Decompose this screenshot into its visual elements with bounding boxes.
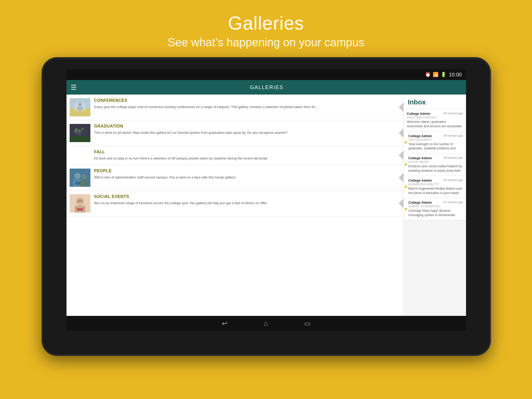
svg-point-10	[75, 128, 77, 131]
app-toolbar: ☰ GALLERIES	[66, 80, 466, 95]
svg-rect-17	[81, 180, 88, 187]
battery-icon: 🔋	[441, 72, 446, 77]
list-item[interactable]: CONFERENCES Every year the college plays…	[66, 95, 403, 120]
gallery-item-text: GRADUATION This is what it's all about! …	[94, 124, 400, 135]
gallery-item-title: PEOPLE	[94, 169, 400, 173]
inbox-title: Inbox	[404, 95, 466, 109]
inbox-sender: College Admin	[408, 134, 432, 138]
gallery-item-text: SOCIAL EVENTS We run an extensive range …	[94, 194, 400, 206]
gallery-item-title: CONFERENCES	[94, 98, 400, 103]
inbox-time: 38 minutes ago	[443, 112, 463, 115]
inbox-time: 41 minutes ago	[443, 201, 463, 204]
gallery-item-title: FALL	[94, 150, 400, 154]
bottom-nav: ↩ ⌂ ▭	[66, 316, 466, 331]
gallery-item-desc: This is what it's all about! Step inside…	[94, 130, 400, 135]
svg-rect-18	[75, 182, 81, 185]
inbox-panel: Inbox College Admin 38 minutes ago VIDEO…	[404, 95, 466, 316]
gallery-item-arrow	[399, 173, 403, 182]
list-item[interactable]: GRADUATION This is what it's all about! …	[66, 120, 403, 146]
page-subtitle: See what’s happening on your campus	[0, 36, 532, 49]
svg-rect-9	[70, 136, 90, 142]
unread-dot	[405, 141, 407, 143]
gallery-item-text: FALL All work and no play is no fun! Her…	[94, 150, 400, 161]
list-item[interactable]: FALL All work and no play is no fun! Her…	[66, 146, 403, 165]
inbox-item-header: College Admin 40 minutes ago	[408, 178, 463, 182]
page-title: Galleries	[0, 12, 532, 34]
gallery-item-arrow	[399, 128, 403, 138]
thumbnail-image	[70, 98, 90, 116]
list-item[interactable]: PEOPLE Who's who of administration staff…	[66, 165, 403, 191]
main-content: CONFERENCES Every year the college plays…	[66, 95, 466, 316]
inbox-category: SURVEY INTEGRATION	[408, 205, 463, 208]
inbox-preview: Total oversight on the number of graduat…	[408, 142, 463, 151]
inbox-time: 39 minutes ago	[443, 156, 463, 159]
gallery-item-title: SOCIAL EVENTS	[94, 194, 400, 199]
status-time: 10:00	[449, 72, 462, 78]
app-toolbar-title: GALLERIES	[82, 84, 451, 90]
inbox-preview: Leverage Klass Apps' dynamic messaging s…	[408, 209, 463, 217]
svg-rect-23	[77, 200, 83, 203]
inbox-item-header: College Admin 41 minutes ago	[408, 201, 463, 204]
inbox-preview: Built-in Augmented Reality feature puts …	[408, 187, 463, 195]
gallery-thumbnail-conferences	[70, 98, 90, 116]
inbox-category: JOB PLACEMENT	[408, 138, 463, 141]
unread-dot	[405, 186, 407, 188]
gallery-thumbnail-people	[70, 169, 90, 187]
gallery-item-text: PEOPLE Who's who of administration staff…	[94, 169, 400, 180]
svg-point-14	[74, 173, 81, 179]
inbox-time: 39 minutes ago	[443, 134, 463, 137]
svg-point-11	[82, 128, 84, 130]
inbox-sender: College Admin	[408, 201, 432, 204]
inbox-category: AUGMENTED REALITY	[408, 183, 463, 186]
hamburger-menu-icon[interactable]: ☰	[71, 83, 77, 91]
tablet-camera-button	[42, 168, 43, 189]
inbox-item[interactable]: College Admin 39 minutes ago SOCIAL MEDI…	[404, 154, 466, 176]
tablet-frame: ⏰ 📶 🔋 10:00 ☰ GALLERIES	[42, 57, 491, 356]
svg-point-3	[78, 103, 82, 106]
svg-point-26	[79, 209, 81, 210]
gallery-item-desc: Every year the college plays host to num…	[94, 104, 400, 110]
svg-point-16	[81, 174, 87, 179]
inbox-preview: Welcome videos, graduation ceremonies an…	[407, 120, 463, 129]
gallery-item-title: GRADUATION	[94, 124, 400, 129]
gallery-item-arrow	[399, 199, 403, 208]
unread-dot	[405, 208, 407, 210]
tablet-screen: ⏰ 📶 🔋 10:00 ☰ GALLERIES	[66, 69, 466, 331]
inbox-category: VIDEO AND PODCAST	[407, 116, 463, 119]
gallery-item-desc: We run an extensive range of functions a…	[94, 201, 400, 206]
inbox-sender: College Admin	[408, 156, 432, 160]
inbox-category: SOCIAL MEDIA	[408, 161, 463, 163]
status-bar: ⏰ 📶 🔋 10:00	[66, 69, 466, 80]
home-button[interactable]: ⌂	[264, 320, 268, 328]
inbox-time: 40 minutes ago	[443, 178, 463, 182]
inbox-sender: College Admin	[407, 112, 430, 116]
gallery-item-desc: Who's who of administration staff around…	[94, 175, 400, 180]
inbox-item[interactable]: College Admin 39 minutes ago JOB PLACEME…	[404, 131, 466, 154]
inbox-item-header: College Admin 39 minutes ago	[408, 134, 463, 138]
inbox-item-header: College Admin 38 minutes ago	[407, 112, 463, 116]
gallery-item-desc: All work and no play is no fun! Here's a…	[94, 156, 400, 161]
inbox-item-header: College Admin 39 minutes ago	[408, 156, 463, 160]
alarm-icon: ⏰	[425, 72, 431, 77]
back-button[interactable]: ↩	[222, 320, 228, 328]
gallery-thumbnail-graduation	[70, 124, 90, 142]
gallery-thumbnail-social-events	[70, 194, 90, 212]
gallery-list: CONFERENCES Every year the college plays…	[66, 95, 404, 316]
page-header: Galleries See what’s happening on your c…	[0, 0, 532, 49]
gallery-item-arrow	[399, 151, 403, 160]
inbox-item[interactable]: College Admin 38 minutes ago VIDEO AND P…	[404, 109, 466, 131]
gallery-item-text: CONFERENCES Every year the college plays…	[94, 98, 400, 110]
recents-button[interactable]: ▭	[304, 320, 311, 328]
wifi-icon: 📶	[433, 72, 438, 77]
inbox-sender: College Admin	[408, 178, 432, 182]
status-icons: ⏰ 📶 🔋	[425, 72, 446, 77]
inbox-item[interactable]: College Admin 41 minutes ago SURVEY INTE…	[404, 198, 466, 220]
gallery-item-arrow	[399, 103, 403, 112]
list-item[interactable]: SOCIAL EVENTS We run an extensive range …	[66, 191, 403, 216]
inbox-preview: Enhance your social media footprint by e…	[408, 164, 463, 173]
svg-point-12	[78, 129, 81, 132]
unread-dot	[405, 163, 407, 165]
svg-rect-4	[77, 107, 83, 110]
inbox-item[interactable]: College Admin 40 minutes ago AUGMENTED R…	[404, 176, 466, 198]
